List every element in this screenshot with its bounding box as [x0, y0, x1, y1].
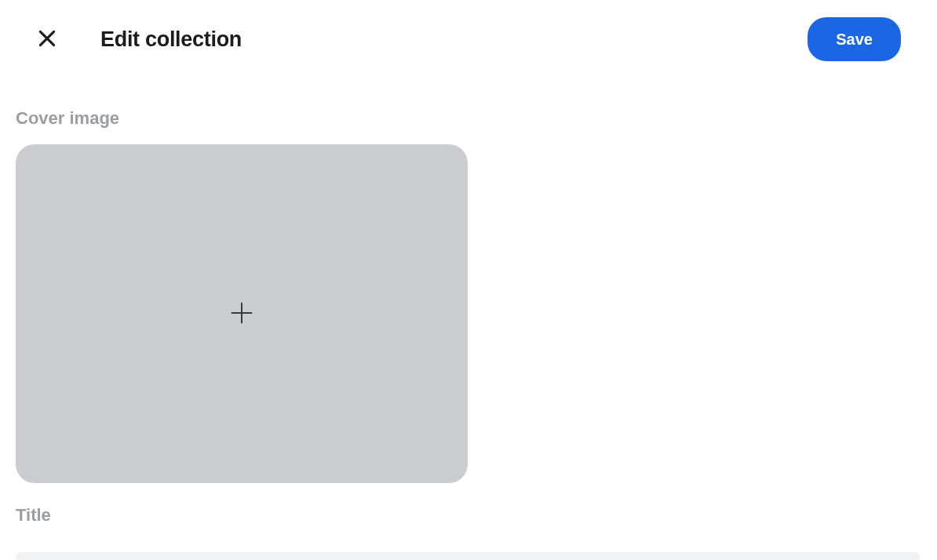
title-label: Title [16, 505, 921, 525]
plus-icon [230, 301, 253, 327]
cover-label: Cover image [16, 108, 921, 129]
page-title: Edit collection [100, 27, 242, 52]
header-left: Edit collection [36, 27, 242, 52]
cover-section: Cover image [16, 108, 921, 483]
cover-upload-button[interactable] [16, 144, 468, 483]
title-section: Title [16, 505, 921, 560]
save-button[interactable]: Save [808, 17, 901, 61]
close-button[interactable] [36, 28, 58, 50]
header: Edit collection Save [0, 0, 937, 78]
content: Cover image Title [0, 78, 937, 560]
title-input[interactable] [16, 552, 920, 560]
close-icon [37, 28, 57, 51]
